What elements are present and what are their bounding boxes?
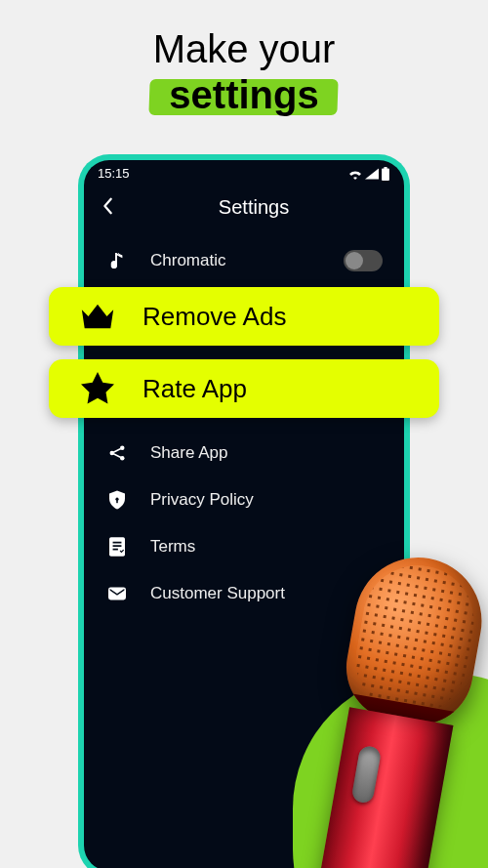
document-icon <box>105 537 129 557</box>
rate-app-label: Rate App <box>142 374 247 404</box>
terms-label: Terms <box>150 537 383 557</box>
hero-line-2: settings <box>169 73 318 116</box>
signal-icon <box>365 168 379 180</box>
support-label: Customer Support <box>150 584 383 603</box>
music-note-icon <box>105 252 129 269</box>
status-time: 15:15 <box>98 166 130 181</box>
settings-header: Settings <box>84 185 404 236</box>
chevron-left-icon <box>102 197 115 215</box>
status-indicators <box>347 167 390 181</box>
star-icon <box>59 372 137 405</box>
setting-privacy-policy[interactable]: Privacy Policy <box>84 476 404 523</box>
mail-icon <box>105 587 129 600</box>
svg-rect-5 <box>116 500 118 503</box>
back-button[interactable] <box>102 197 123 219</box>
hero-line-1: Make your <box>0 27 488 71</box>
rate-app-button[interactable]: Rate App <box>49 359 439 418</box>
chromatic-toggle[interactable] <box>344 250 383 271</box>
setting-chromatic[interactable]: Chromatic <box>84 236 404 285</box>
remove-ads-label: Remove Ads <box>142 302 286 332</box>
shield-icon <box>105 490 129 510</box>
wifi-icon <box>347 168 363 180</box>
toggle-knob <box>346 252 363 269</box>
share-icon <box>105 444 129 462</box>
promo-heading: Make your settings <box>0 0 488 117</box>
chromatic-label: Chromatic <box>150 251 322 270</box>
setting-share-app[interactable]: Share App <box>84 430 404 476</box>
battery-icon <box>381 167 390 181</box>
setting-terms[interactable]: Terms <box>84 523 404 570</box>
share-app-label: Share App <box>150 443 383 463</box>
crown-icon <box>59 302 137 331</box>
privacy-label: Privacy Policy <box>150 490 383 510</box>
status-bar: 15:15 <box>84 160 404 185</box>
settings-title: Settings <box>121 196 386 219</box>
remove-ads-button[interactable]: Remove Ads <box>49 287 439 346</box>
